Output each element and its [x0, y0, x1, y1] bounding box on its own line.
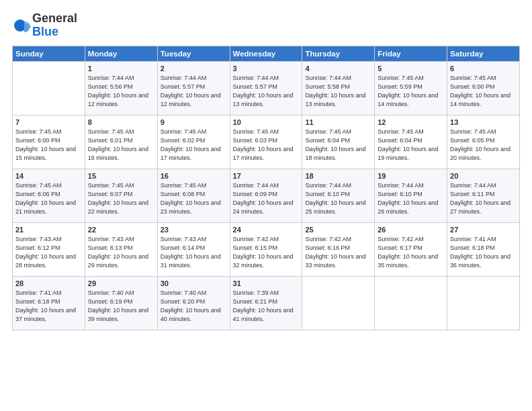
calendar-week-row: 1 Sunrise: 7:44 AMSunset: 5:56 PMDayligh… — [13, 61, 520, 115]
calendar-cell: 23 Sunrise: 7:43 AMSunset: 6:14 PMDaylig… — [157, 222, 230, 276]
day-number: 29 — [88, 279, 154, 287]
calendar-cell: 20 Sunrise: 7:44 AMSunset: 6:11 PMDaylig… — [447, 169, 520, 222]
weekday-header: Wednesday — [230, 46, 302, 61]
logo: General Blue — [12, 12, 77, 39]
calendar-cell: 3 Sunrise: 7:44 AMSunset: 5:57 PMDayligh… — [230, 61, 302, 115]
day-number: 1 — [88, 64, 154, 73]
day-info: Sunrise: 7:43 AMSunset: 6:13 PMDaylight:… — [88, 235, 154, 270]
calendar-cell: 16 Sunrise: 7:45 AMSunset: 6:08 PMDaylig… — [157, 169, 230, 222]
day-number: 27 — [450, 226, 517, 234]
day-info: Sunrise: 7:45 AMSunset: 5:59 PMDaylight:… — [378, 74, 444, 109]
calendar-cell: 22 Sunrise: 7:43 AMSunset: 6:13 PMDaylig… — [85, 222, 157, 276]
day-info: Sunrise: 7:44 AMSunset: 5:56 PMDaylight:… — [88, 74, 154, 109]
calendar-cell: 14 Sunrise: 7:45 AMSunset: 6:06 PMDaylig… — [13, 169, 85, 222]
calendar-cell: 15 Sunrise: 7:45 AMSunset: 6:07 PMDaylig… — [85, 169, 157, 222]
calendar-cell: 6 Sunrise: 7:45 AMSunset: 6:00 PMDayligh… — [447, 61, 520, 115]
day-number: 26 — [378, 226, 444, 234]
day-number: 31 — [233, 279, 300, 287]
day-number: 28 — [15, 279, 82, 287]
calendar-cell: 30 Sunrise: 7:40 AMSunset: 6:20 PMDaylig… — [157, 276, 230, 330]
calendar-cell: 2 Sunrise: 7:44 AMSunset: 5:57 PMDayligh… — [157, 61, 230, 115]
calendar-cell: 19 Sunrise: 7:44 AMSunset: 6:10 PMDaylig… — [375, 169, 447, 222]
day-number: 18 — [305, 172, 371, 180]
day-number: 10 — [233, 118, 300, 126]
day-info: Sunrise: 7:40 AMSunset: 6:20 PMDaylight:… — [161, 289, 227, 324]
day-number: 8 — [88, 118, 154, 126]
weekday-header: Tuesday — [157, 46, 230, 61]
calendar-cell — [302, 276, 375, 330]
day-info: Sunrise: 7:44 AMSunset: 6:10 PMDaylight:… — [378, 181, 444, 216]
calendar-cell: 25 Sunrise: 7:42 AMSunset: 6:16 PMDaylig… — [302, 222, 375, 276]
calendar-cell: 5 Sunrise: 7:45 AMSunset: 5:59 PMDayligh… — [375, 61, 447, 115]
calendar-week-row: 7 Sunrise: 7:45 AMSunset: 6:00 PMDayligh… — [13, 115, 520, 169]
calendar-cell: 28 Sunrise: 7:41 AMSunset: 6:18 PMDaylig… — [13, 276, 85, 330]
logo-text: General Blue — [32, 11, 77, 38]
day-info: Sunrise: 7:45 AMSunset: 6:04 PMDaylight:… — [305, 128, 371, 163]
calendar-cell: 13 Sunrise: 7:45 AMSunset: 6:05 PMDaylig… — [447, 115, 520, 169]
day-number: 20 — [450, 172, 517, 180]
day-info: Sunrise: 7:45 AMSunset: 6:01 PMDaylight:… — [88, 128, 154, 163]
day-number: 6 — [450, 64, 517, 73]
calendar-cell: 12 Sunrise: 7:45 AMSunset: 6:04 PMDaylig… — [375, 115, 447, 169]
day-info: Sunrise: 7:41 AMSunset: 6:18 PMDaylight:… — [450, 235, 517, 270]
day-info: Sunrise: 7:44 AMSunset: 5:58 PMDaylight:… — [305, 74, 371, 109]
calendar-table: SundayMondayTuesdayWednesdayThursdayFrid… — [12, 46, 520, 330]
day-info: Sunrise: 7:40 AMSunset: 6:19 PMDaylight:… — [88, 289, 154, 324]
calendar-cell: 11 Sunrise: 7:45 AMSunset: 6:04 PMDaylig… — [302, 115, 375, 169]
calendar-cell: 7 Sunrise: 7:45 AMSunset: 6:00 PMDayligh… — [13, 115, 85, 169]
calendar-cell: 29 Sunrise: 7:40 AMSunset: 6:19 PMDaylig… — [85, 276, 157, 330]
day-info: Sunrise: 7:42 AMSunset: 6:15 PMDaylight:… — [233, 235, 300, 270]
day-info: Sunrise: 7:41 AMSunset: 6:18 PMDaylight:… — [15, 289, 82, 324]
day-info: Sunrise: 7:45 AMSunset: 6:02 PMDaylight:… — [161, 128, 227, 163]
day-info: Sunrise: 7:44 AMSunset: 5:57 PMDaylight:… — [161, 74, 227, 109]
weekday-header: Sunday — [13, 46, 85, 61]
day-info: Sunrise: 7:44 AMSunset: 6:09 PMDaylight:… — [233, 181, 300, 216]
calendar-cell: 17 Sunrise: 7:44 AMSunset: 6:09 PMDaylig… — [230, 169, 302, 222]
calendar-week-row: 28 Sunrise: 7:41 AMSunset: 6:18 PMDaylig… — [13, 276, 520, 330]
header-row: SundayMondayTuesdayWednesdayThursdayFrid… — [13, 46, 520, 61]
day-info: Sunrise: 7:43 AMSunset: 6:14 PMDaylight:… — [161, 235, 227, 270]
day-number: 13 — [450, 118, 517, 126]
calendar-week-row: 21 Sunrise: 7:43 AMSunset: 6:12 PMDaylig… — [13, 222, 520, 276]
day-info: Sunrise: 7:45 AMSunset: 6:08 PMDaylight:… — [161, 181, 227, 216]
calendar-cell — [447, 276, 520, 330]
calendar-cell: 27 Sunrise: 7:41 AMSunset: 6:18 PMDaylig… — [447, 222, 520, 276]
day-number: 2 — [161, 64, 227, 73]
day-number: 11 — [305, 118, 371, 126]
day-info: Sunrise: 7:44 AMSunset: 6:11 PMDaylight:… — [450, 181, 517, 216]
day-info: Sunrise: 7:44 AMSunset: 6:10 PMDaylight:… — [305, 181, 371, 216]
calendar-cell: 21 Sunrise: 7:43 AMSunset: 6:12 PMDaylig… — [13, 222, 85, 276]
calendar-cell — [375, 276, 447, 330]
calendar-cell: 18 Sunrise: 7:44 AMSunset: 6:10 PMDaylig… — [302, 169, 375, 222]
calendar-cell: 10 Sunrise: 7:45 AMSunset: 6:03 PMDaylig… — [230, 115, 302, 169]
day-info: Sunrise: 7:45 AMSunset: 6:03 PMDaylight:… — [233, 128, 300, 163]
day-number: 15 — [88, 172, 154, 180]
calendar-cell: 31 Sunrise: 7:39 AMSunset: 6:21 PMDaylig… — [230, 276, 302, 330]
logo-blue: Blue — [32, 25, 58, 38]
day-number: 9 — [161, 118, 227, 126]
day-info: Sunrise: 7:45 AMSunset: 6:07 PMDaylight:… — [88, 181, 154, 216]
day-number: 30 — [161, 279, 227, 287]
day-number: 23 — [161, 226, 227, 234]
calendar-cell: 1 Sunrise: 7:44 AMSunset: 5:56 PMDayligh… — [85, 61, 157, 115]
day-info: Sunrise: 7:45 AMSunset: 6:04 PMDaylight:… — [378, 128, 444, 163]
logo-icon — [12, 16, 31, 35]
logo-general: General — [32, 11, 77, 25]
day-info: Sunrise: 7:44 AMSunset: 5:57 PMDaylight:… — [233, 74, 300, 109]
day-number: 17 — [233, 172, 300, 180]
day-number: 3 — [233, 64, 300, 73]
weekday-header: Friday — [375, 46, 447, 61]
day-number: 24 — [233, 226, 300, 234]
day-number: 4 — [305, 64, 371, 73]
calendar-container: General Blue SundayMondayTuesdayWednesda… — [0, 0, 532, 337]
day-info: Sunrise: 7:45 AMSunset: 6:06 PMDaylight:… — [15, 181, 82, 216]
weekday-header: Saturday — [447, 46, 520, 61]
calendar-cell: 9 Sunrise: 7:45 AMSunset: 6:02 PMDayligh… — [157, 115, 230, 169]
calendar-cell: 4 Sunrise: 7:44 AMSunset: 5:58 PMDayligh… — [302, 61, 375, 115]
calendar-cell: 26 Sunrise: 7:42 AMSunset: 6:17 PMDaylig… — [375, 222, 447, 276]
day-number: 12 — [378, 118, 444, 126]
day-number: 19 — [378, 172, 444, 180]
day-number: 16 — [161, 172, 227, 180]
day-number: 7 — [15, 118, 82, 126]
calendar-cell: 24 Sunrise: 7:42 AMSunset: 6:15 PMDaylig… — [230, 222, 302, 276]
